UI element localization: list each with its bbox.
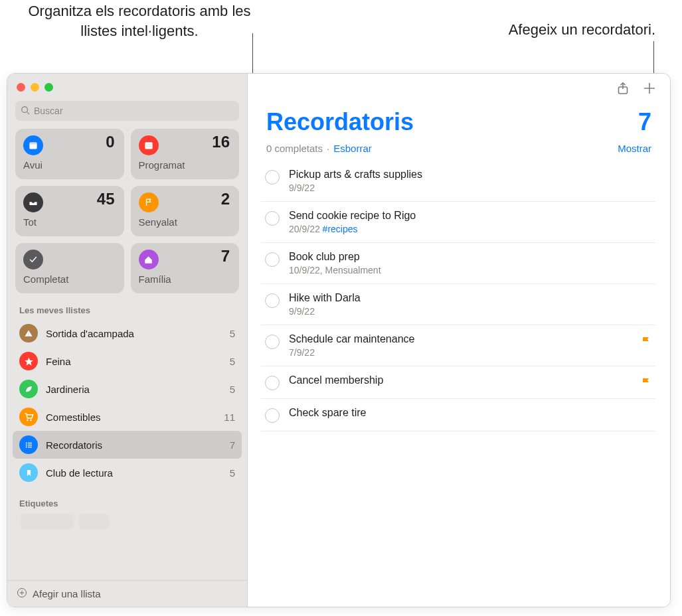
tag-chips bbox=[17, 512, 238, 531]
svg-line-1 bbox=[27, 112, 30, 114]
list-name: Sortida d'acampada bbox=[46, 328, 230, 339]
reminder-row[interactable]: Send cookie recipe to Rigo20/9/22 #recip… bbox=[261, 202, 655, 243]
list-count: 5 bbox=[230, 328, 235, 339]
smart-list-count: 0 bbox=[106, 133, 114, 151]
list-count: 5 bbox=[230, 384, 235, 395]
tags-section bbox=[7, 512, 247, 535]
flag-icon bbox=[641, 336, 651, 349]
reminder-title: Schedule car maintenance bbox=[289, 333, 632, 345]
sidebar-list-item[interactable]: Comestibles11 bbox=[13, 403, 242, 431]
zoom-icon[interactable] bbox=[44, 83, 53, 92]
sidebar-list-item[interactable]: Jardineria5 bbox=[13, 375, 242, 403]
smart-lists-grid: 0Avui16Programat45Tot2SenyalatCompletat7… bbox=[7, 129, 247, 293]
add-reminder-button[interactable] bbox=[642, 81, 657, 96]
reminder-subtitle: 10/9/22, Mensualment bbox=[289, 265, 651, 275]
reminder-row[interactable]: Schedule car maintenance7/9/22 bbox=[261, 325, 655, 366]
complete-toggle[interactable] bbox=[265, 252, 280, 267]
list-count: 5 bbox=[230, 356, 235, 367]
reminder-subtitle: 9/9/22 bbox=[289, 183, 651, 193]
reminder-subtitle: 20/9/22 #recipes bbox=[289, 224, 651, 234]
reminder-row[interactable]: Hike with Darla9/9/22 bbox=[261, 284, 655, 325]
plus-circle-icon bbox=[17, 587, 33, 600]
house-icon bbox=[139, 250, 159, 270]
sidebar-list-item[interactable]: Feina5 bbox=[13, 347, 242, 375]
complete-toggle[interactable] bbox=[265, 408, 280, 423]
search-input[interactable] bbox=[34, 106, 234, 116]
reminder-row[interactable]: Cancel membership bbox=[261, 366, 655, 399]
reminder-row[interactable]: Pickup arts & crafts supplies9/9/22 bbox=[261, 161, 655, 202]
list-title: Recordatoris bbox=[266, 108, 414, 136]
smart-list-scheduled[interactable]: 16Programat bbox=[131, 129, 240, 179]
reminder-title: Book club prep bbox=[289, 251, 651, 263]
flag-icon bbox=[641, 377, 651, 390]
reminder-title: Check spare tire bbox=[289, 407, 651, 419]
sidebar-list-item[interactable]: Recordatoris7 bbox=[13, 431, 242, 459]
sidebar-list-item[interactable]: Sortida d'acampada5 bbox=[13, 319, 242, 347]
tag-chip[interactable] bbox=[21, 514, 74, 530]
sidebar: 0Avui16Programat45Tot2SenyalatCompletat7… bbox=[7, 74, 248, 607]
close-icon[interactable] bbox=[17, 83, 25, 92]
list-count: 11 bbox=[224, 412, 235, 423]
smart-list-completed[interactable]: Completat bbox=[15, 243, 124, 293]
share-button[interactable] bbox=[616, 81, 630, 96]
add-list-label: Afegir una llista bbox=[33, 588, 101, 599]
app-window: 0Avui16Programat45Tot2SenyalatCompletat7… bbox=[7, 73, 671, 607]
sidebar-list-item[interactable]: Club de lectura5 bbox=[13, 459, 242, 487]
toolbar bbox=[248, 74, 670, 103]
list-subheader: 0 completats · Esborrar Mostrar bbox=[248, 136, 670, 161]
svg-rect-4 bbox=[145, 142, 152, 149]
completed-count: 0 completats bbox=[266, 143, 323, 154]
smart-list-flagged[interactable]: 2Senyalat bbox=[131, 186, 240, 236]
list-count: 5 bbox=[230, 467, 235, 479]
smart-list-label: Família bbox=[139, 273, 230, 285]
callout-line bbox=[653, 41, 654, 77]
show-completed-link[interactable]: Mostrar bbox=[618, 143, 651, 154]
search-field[interactable] bbox=[15, 101, 239, 121]
smart-list-label: Senyalat bbox=[139, 216, 230, 228]
smart-list-all[interactable]: 45Tot bbox=[15, 186, 124, 236]
svg-point-8 bbox=[27, 419, 28, 420]
content-pane: Recordatoris 7 0 completats · Esborrar M… bbox=[248, 74, 670, 607]
separator-dot: · bbox=[327, 143, 329, 154]
smart-list-count: 16 bbox=[212, 133, 230, 151]
reminder-subtitle: 7/9/22 bbox=[289, 347, 632, 358]
reminder-row[interactable]: Book club prep10/9/22, Mensualment bbox=[261, 243, 655, 284]
my-lists: Sortida d'acampada5Feina5Jardineria5Come… bbox=[7, 319, 247, 487]
clear-completed-link[interactable]: Esborrar bbox=[333, 143, 372, 154]
complete-toggle[interactable] bbox=[265, 376, 280, 390]
annotation-callouts: Organitza els recordatoris amb les llist… bbox=[0, 0, 682, 73]
check-icon bbox=[23, 250, 43, 270]
svg-point-11 bbox=[25, 444, 27, 445]
smart-list-label: Avui bbox=[23, 159, 115, 171]
bookmark-icon bbox=[19, 463, 38, 482]
minimize-icon[interactable] bbox=[31, 83, 39, 92]
tent-icon bbox=[19, 324, 38, 343]
reminder-title: Cancel membership bbox=[289, 374, 632, 386]
list-name: Comestibles bbox=[46, 412, 224, 423]
reminder-row[interactable]: Check spare tire bbox=[261, 399, 655, 431]
smart-list-count: 7 bbox=[221, 247, 230, 266]
list-name: Feina bbox=[46, 356, 230, 367]
complete-toggle[interactable] bbox=[265, 335, 280, 349]
svg-point-0 bbox=[22, 106, 28, 112]
list-name: Jardineria bbox=[46, 384, 230, 395]
list-header: Recordatoris 7 bbox=[248, 103, 670, 136]
complete-toggle[interactable] bbox=[265, 293, 280, 308]
tag-chip[interactable] bbox=[79, 514, 110, 530]
callout-smart-lists: Organitza els recordatoris amb les llist… bbox=[27, 1, 252, 40]
smart-list-today[interactable]: 0Avui bbox=[15, 129, 124, 179]
svg-point-9 bbox=[30, 419, 31, 420]
flag-icon bbox=[139, 193, 159, 212]
smart-list-family[interactable]: 7Família bbox=[131, 243, 240, 293]
complete-toggle[interactable] bbox=[265, 211, 280, 226]
complete-toggle[interactable] bbox=[265, 170, 280, 185]
cart-icon bbox=[19, 408, 38, 426]
tray-icon bbox=[23, 193, 43, 212]
add-list-button[interactable]: Afegir una llista bbox=[7, 580, 247, 607]
calendar-lines-icon bbox=[139, 135, 159, 155]
smart-list-count: 45 bbox=[97, 190, 115, 208]
smart-list-label: Completat bbox=[23, 273, 115, 285]
svg-rect-3 bbox=[29, 142, 37, 144]
reminder-tag[interactable]: #recipes bbox=[323, 224, 358, 234]
smart-list-label: Programat bbox=[139, 159, 230, 171]
